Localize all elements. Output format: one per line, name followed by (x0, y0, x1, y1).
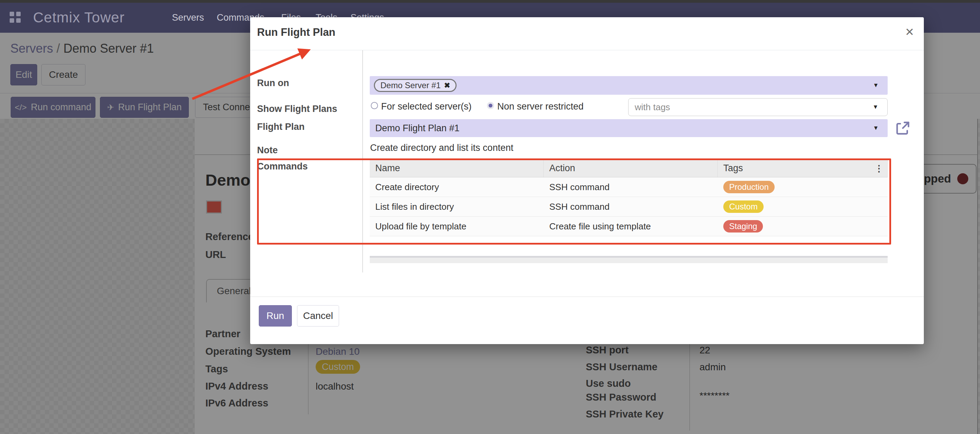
flight-plan-select[interactable]: Demo Flight Plan #1 ▼ (370, 119, 888, 137)
dropdown-caret-icon[interactable]: ▼ (873, 125, 879, 132)
window-top-strip (0, 0, 980, 3)
radio-non-server-restricted[interactable] (487, 102, 494, 109)
tags-filter-input[interactable]: with tags ▼ (628, 98, 888, 116)
run-button[interactable]: Run (259, 305, 292, 326)
horizontal-scrollbar[interactable] (370, 256, 888, 263)
selected-server-pill: Demo Server #1 ✖ (374, 79, 457, 92)
dialog-footer-divider (250, 297, 924, 297)
flight-plan-value: Demo Flight Plan #1 (375, 123, 460, 134)
dropdown-caret-icon[interactable]: ▼ (872, 104, 878, 111)
run-on-select[interactable]: Demo Server #1 ✖ ▼ (370, 76, 888, 95)
annotation-rectangle (257, 159, 891, 245)
radio-non-server-restricted-label[interactable]: Non server restricted (497, 101, 584, 112)
dialog-title: Run Flight Plan (257, 26, 335, 38)
annotation-arrow (185, 42, 320, 108)
cancel-button[interactable]: Cancel (297, 305, 339, 326)
note-value: Create directory and list its content (370, 143, 514, 153)
radio-for-selected-servers[interactable] (371, 102, 378, 109)
apps-menu-icon[interactable] (10, 12, 21, 23)
close-icon[interactable]: ✕ (905, 25, 914, 38)
dialog-header-divider (250, 50, 924, 50)
app-brand[interactable]: Cetmix Tower (33, 9, 125, 26)
radio-for-selected-servers-label[interactable]: For selected server(s) (381, 101, 472, 112)
flight-plan-label: Flight Plan (257, 122, 305, 132)
nav-item-servers[interactable]: Servers (172, 13, 204, 23)
remove-server-icon[interactable]: ✖ (444, 81, 450, 89)
external-link-icon[interactable] (895, 121, 910, 136)
note-label: Note (257, 145, 278, 156)
tags-filter-placeholder: with tags (635, 102, 670, 113)
dropdown-caret-icon[interactable]: ▼ (873, 82, 879, 89)
